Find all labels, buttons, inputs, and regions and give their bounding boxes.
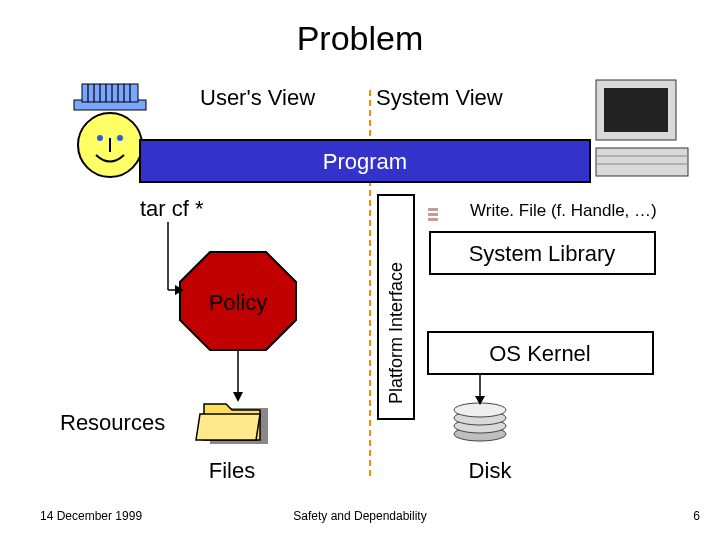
svg-rect-16 bbox=[596, 148, 688, 176]
disk-label: Disk bbox=[469, 458, 513, 483]
files-label: Files bbox=[209, 458, 255, 483]
os-kernel-label: OS Kernel bbox=[489, 341, 591, 366]
footer-date: 14 December 1999 bbox=[40, 509, 142, 523]
svg-rect-19 bbox=[428, 208, 438, 211]
svg-point-34 bbox=[454, 403, 506, 417]
system-view-heading: System View bbox=[376, 85, 503, 110]
svg-point-2 bbox=[117, 135, 123, 141]
svg-point-1 bbox=[97, 135, 103, 141]
arrow-animation-icon bbox=[428, 208, 438, 221]
user-icon bbox=[74, 84, 146, 177]
page-title: Problem bbox=[297, 19, 424, 57]
folder-icon bbox=[196, 404, 268, 444]
writefile-text: Write. File (f. Handle, …) bbox=[470, 201, 657, 220]
program-bar-label: Program bbox=[323, 149, 407, 174]
users-view-heading: User's View bbox=[200, 85, 315, 110]
svg-rect-20 bbox=[428, 213, 438, 216]
user-command-text: tar cf * bbox=[140, 196, 204, 221]
computer-icon bbox=[596, 80, 688, 176]
footer-title: Safety and Dependability bbox=[293, 509, 426, 523]
svg-rect-15 bbox=[604, 88, 668, 132]
svg-marker-30 bbox=[196, 414, 260, 440]
footer-page: 6 bbox=[693, 509, 700, 523]
platform-interface-label: Platform Interface bbox=[386, 262, 406, 404]
svg-rect-21 bbox=[428, 218, 438, 221]
policy-label: Policy bbox=[209, 290, 268, 315]
system-library-label: System Library bbox=[469, 241, 616, 266]
resources-label: Resources bbox=[60, 410, 165, 435]
svg-marker-27 bbox=[233, 392, 243, 402]
disk-stack-icon bbox=[454, 403, 506, 441]
